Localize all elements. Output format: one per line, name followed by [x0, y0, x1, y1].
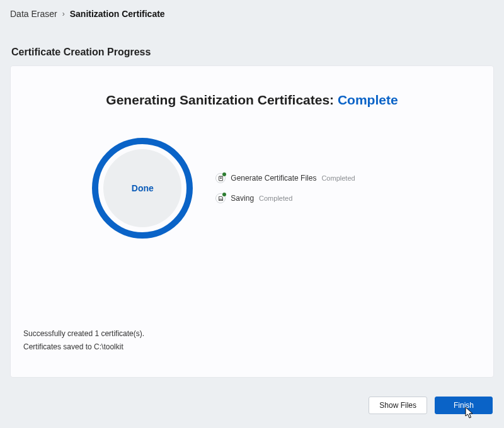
step-list: Generate Certificate Files Completed Sav…	[215, 173, 355, 203]
summary-text: Successfully created 1 certificate(s). C…	[23, 327, 144, 353]
step-status: Completed	[259, 194, 292, 202]
summary-line-1: Successfully created 1 certificate(s).	[23, 327, 144, 340]
progress-area: Done Generate Certificate Files Complete…	[11, 138, 493, 239]
step-label: Generate Certificate Files	[231, 174, 316, 183]
progress-ring-label: Done	[103, 149, 181, 227]
section-title: Certificate Creation Progress	[0, 25, 504, 65]
finish-button[interactable]: Finish	[435, 397, 493, 414]
save-icon	[215, 193, 226, 203]
progress-card: Generating Sanitization Certificates: Co…	[10, 65, 494, 378]
footer-buttons: Show Files Finish	[369, 397, 493, 414]
svg-rect-3	[220, 199, 222, 200]
generating-title-prefix: Generating Sanitization Certificates:	[106, 93, 334, 107]
step-status: Completed	[321, 174, 355, 182]
summary-line-2: Certificates saved to C:\toolkit	[23, 341, 144, 353]
breadcrumb-current: Sanitization Certificate	[70, 9, 165, 19]
save-path: C:\toolkit	[94, 342, 123, 351]
show-files-button[interactable]: Show Files	[369, 397, 427, 414]
generating-title: Generating Sanitization Certificates: Co…	[11, 93, 493, 108]
breadcrumb: Data Eraser › Sanitization Certificate	[0, 0, 504, 25]
certificate-icon	[215, 173, 226, 183]
progress-ring: Done	[92, 138, 193, 239]
step-label: Saving	[231, 194, 254, 203]
chevron-right-icon: ›	[62, 9, 65, 18]
step-generate-files: Generate Certificate Files Completed	[215, 173, 355, 183]
generating-state: Complete	[338, 93, 398, 107]
breadcrumb-parent[interactable]: Data Eraser	[10, 9, 57, 19]
step-saving: Saving Completed	[215, 193, 355, 203]
